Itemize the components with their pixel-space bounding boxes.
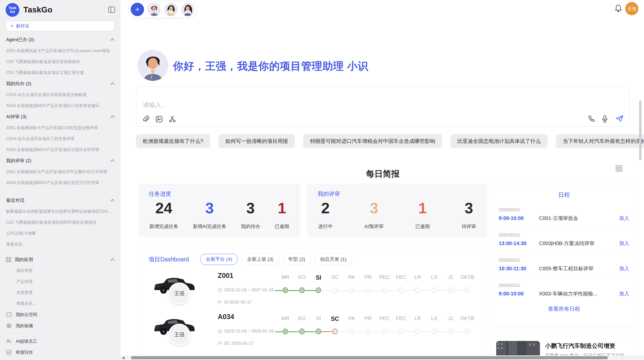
horizontal-scrollbar[interactable]: ◀ xyxy=(121,355,644,360)
sidebar-chat-item[interactable]: A034-全新新能源MUV产品开发项目造型可行性评审 xyxy=(0,177,121,188)
milestone-label: MR xyxy=(281,274,289,280)
sidebar-app-item[interactable]: 项目管理 xyxy=(0,265,121,276)
sidebar-app-item[interactable]: 变更管理 xyxy=(0,287,121,298)
milestone-label: OKTB xyxy=(460,316,474,321)
scissors-icon[interactable] xyxy=(169,116,176,123)
dashboard-filter-chip[interactable]: 年型 (2) xyxy=(283,254,311,265)
new-chat-button[interactable]: + 新对话 xyxy=(6,21,114,31)
chat-composer[interactable]: 请输入... xyxy=(136,86,630,127)
dashboard-filter-chip[interactable]: 全新上装 (3) xyxy=(241,254,279,265)
stat: 24 新增完成任务 xyxy=(149,200,178,230)
microphone-icon[interactable] xyxy=(602,115,609,122)
milestone-dot xyxy=(316,287,321,293)
stat-value: 3 xyxy=(241,200,260,217)
suggestion-chip[interactable]: 欧洲新规最近颁布了什么? xyxy=(136,134,210,148)
project-row[interactable]: 王强 Z001 2023-12-19 ~ 2027-01-19 SI-2025-… xyxy=(138,272,487,313)
sidebar-app-item[interactable]: 产品管理 xyxy=(0,276,121,287)
sidebar-chat-item[interactable]: C0X4-动力总成开发项目SI里程碑提交物检查 xyxy=(0,89,121,100)
dashboard-title: 项目Dashboard xyxy=(149,256,189,263)
sidebar-item-writing[interactable]: 帮我写作 xyxy=(0,347,121,358)
apps-view-all[interactable]: 查看全部... xyxy=(0,298,121,309)
milestone-dot xyxy=(283,287,288,293)
milestone-label: J1 xyxy=(448,274,453,280)
horizontal-scrollbar-thumb[interactable] xyxy=(131,356,608,359)
sidebar-section-my-todo[interactable]: 我的待办 (2) xyxy=(0,78,121,89)
dashboard-filter-chip[interactable]: 全新平台 (4) xyxy=(200,254,238,265)
chevron-up-icon[interactable] xyxy=(110,115,114,118)
sidebar-recent-item[interactable]: 解释最新出台的欧盟报废车法规再生塑料比例被调至15%... xyxy=(0,206,121,217)
event-join-link[interactable]: 加入 xyxy=(619,290,629,297)
sidebar-section-recent[interactable]: 最近对话 xyxy=(0,195,121,206)
sidebar-section-my-review[interactable]: 我的评审 (2) xyxy=(0,155,121,166)
chevron-up-icon[interactable] xyxy=(110,258,114,261)
sidebar-chat-item[interactable]: Z001-全新燃油轻卡产品开发项目SI节点属性5D文件评审 xyxy=(0,166,121,177)
dashboard-filter-chip[interactable]: 动总开发 (1) xyxy=(314,254,352,265)
sidebar-chat-item[interactable]: C02-飞腾新能源轻客改款项目里程碑画布 xyxy=(0,56,121,67)
add-agent-button[interactable]: + xyxy=(131,3,144,16)
milestone-label: LS xyxy=(431,316,437,321)
sidebar-recent-item[interactable]: C02-飞腾新能源轻客改款项目的闭环通告反馈情况 xyxy=(0,217,121,228)
chevron-up-icon[interactable] xyxy=(110,38,114,41)
chevron-up-icon[interactable] xyxy=(110,82,114,85)
stat-label: 已逾期 xyxy=(415,223,430,230)
agent-avatar[interactable] xyxy=(164,3,178,16)
project-code: A034 xyxy=(218,313,234,321)
view-all-schedule-link[interactable]: 查看所有日程 xyxy=(499,305,629,312)
sidebar-chat-item[interactable]: Z001-全新燃油皮卡产品开发项目SI节点Lesson Learn报告 xyxy=(0,45,121,56)
project-owner-badge: 王强 xyxy=(168,324,190,346)
vertical-scrollbar[interactable] xyxy=(639,100,641,160)
chevron-up-icon[interactable] xyxy=(110,159,114,162)
milestone-label: FEC xyxy=(396,316,406,321)
attachment-icon[interactable] xyxy=(142,116,150,123)
agent-avatar[interactable] xyxy=(148,3,161,16)
milestone-timeline: MRKOSISCPAPRPECFECLRLSJ1OKTB xyxy=(277,313,471,352)
sidebar-chat-item[interactable]: C0X4-动力总成开发项目工程变更评审 xyxy=(0,133,121,144)
sidebar-section-agent-done[interactable]: Agent已办 (3) xyxy=(0,34,121,45)
phone-call-icon[interactable] xyxy=(588,115,595,122)
card-title: 我的评审 xyxy=(318,190,340,198)
star-badge-icon xyxy=(6,323,12,328)
event-join-link[interactable]: 加入 xyxy=(619,265,629,272)
sidebar-section-my-apps[interactable]: 我的应用 xyxy=(0,254,121,265)
agent-avatar[interactable] xyxy=(181,3,194,16)
sidebar-section-ai-review[interactable]: AI评审 (3) xyxy=(0,111,121,122)
sidebar-item-creative-drawing[interactable]: 创意制图 xyxy=(0,358,121,360)
scroll-left-arrow-icon[interactable]: ◀ xyxy=(122,356,124,359)
send-icon[interactable] xyxy=(616,115,623,122)
chevron-up-icon[interactable] xyxy=(110,199,114,202)
stat: 1 已逾期 xyxy=(415,200,430,230)
event-time: 10:30-11:30 xyxy=(499,266,539,272)
sidebar-chat-item[interactable]: Z001-全新燃油轻卡产品开发项目SI造型提交物评审 xyxy=(0,122,121,133)
suggestion-chip[interactable]: 特朗普可能对进口汽车增税会对中国车企造成哪些影响 xyxy=(303,134,442,148)
event-join-link[interactable]: 加入 xyxy=(619,240,629,247)
milestone-timeline: MRKOSISCPAPRPECFECLRLSJ1OKTB xyxy=(277,272,471,310)
sidebar-item-ai-staff[interactable]: AI超级员工 xyxy=(0,336,121,347)
sidebar-chat-item[interactable]: A034-全新新能源MUV产品开发项目计划变更表编写 xyxy=(0,100,121,111)
suggestion-chip[interactable]: 如何写一份清晰的项目周报 xyxy=(218,134,295,148)
milestone-dot xyxy=(299,287,305,293)
project-code: Z001 xyxy=(218,272,233,280)
sidebar-recent-item[interactable]: 公司Q3轻卡销量 xyxy=(0,228,121,239)
cloud-box-icon xyxy=(6,312,12,317)
sidebar-item-favorites[interactable]: 我的收藏 xyxy=(0,320,121,331)
user-avatar[interactable]: 王强 xyxy=(625,2,638,15)
project-row[interactable]: 王强 A034 2023-12-19 ~ 2026-01-19 SC-2025-… xyxy=(138,313,487,355)
schedule-event: 2025/03/11 9:00-10:00 X003-车辆动力学性能验... 加… xyxy=(499,280,629,302)
stat-value: 24 xyxy=(149,200,178,217)
milestone-label: SI xyxy=(316,274,321,281)
suggestion-chip[interactable]: 比亚迪全固态电池计划具体说了什么 xyxy=(450,134,548,148)
clock-icon xyxy=(218,288,222,292)
project-owner-badge: 王强 xyxy=(168,282,190,304)
recent-view-all[interactable]: 查看全部... xyxy=(0,239,121,250)
briefing-layout-icon[interactable] xyxy=(616,165,623,172)
event-join-link[interactable]: 加入 xyxy=(619,215,629,222)
sidebar-chat-item[interactable]: C02-飞腾新能源轻客改款项目立项汇报方案 xyxy=(0,67,121,78)
notification-bell-icon[interactable] xyxy=(614,4,623,13)
milestone-label: PEC xyxy=(379,316,390,321)
suggestion-chip[interactable]: 当下年轻人对汽车外观有怎样的喜好趋势 xyxy=(556,134,644,148)
news-title: 小鹏飞行汽车制造公司增资 xyxy=(545,342,615,350)
image-icon[interactable] xyxy=(156,116,163,123)
sidebar-item-cloud-space[interactable]: 我的云空间 xyxy=(0,309,121,320)
sidebar-collapse-icon[interactable] xyxy=(108,7,115,13)
sidebar-chat-item[interactable]: A034-全新新能源MUV产品开发项目法规符合性评审 xyxy=(0,144,121,155)
